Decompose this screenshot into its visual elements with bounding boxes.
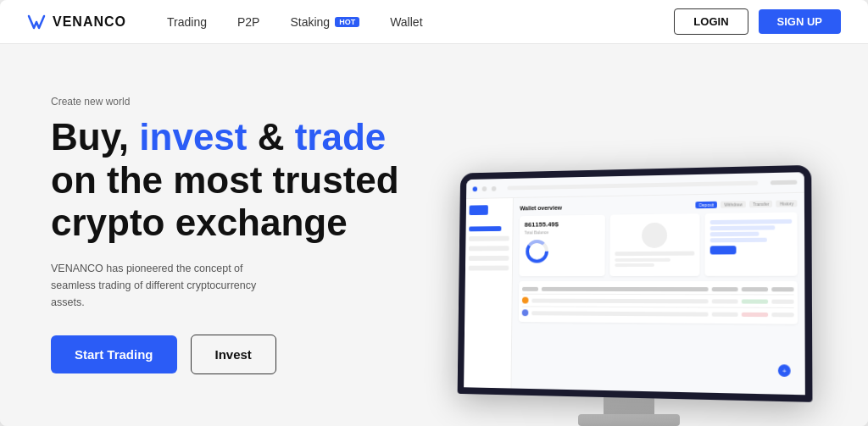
dash-th-1 — [522, 287, 538, 291]
btc-icon — [522, 297, 529, 304]
dash-balance-label: Total Balance — [525, 230, 601, 235]
hot-badge: HOT — [335, 17, 359, 27]
dash-assets-card — [610, 213, 699, 276]
hero-title: Buy, invest & trade on the most trusted … — [51, 116, 407, 245]
invest-button[interactable]: Invest — [191, 335, 276, 374]
dash-body: Wallet overview Deposit Withdraw Transfe… — [464, 193, 805, 395]
dash-sidebar-item-4 — [469, 256, 509, 261]
dash-th-4 — [742, 287, 768, 291]
dash-asset-line-1 — [615, 252, 694, 257]
dash-main: Wallet overview Deposit Withdraw Transfe… — [511, 193, 804, 395]
dash-avatar — [642, 223, 667, 248]
dash-tabs: Deposit Withdraw Transfer History — [696, 200, 798, 208]
dash-sidebar-item-3 — [469, 246, 509, 251]
nav-staking[interactable]: Staking HOT — [290, 15, 359, 29]
page-wrapper: VENANCO Trading P2P Staking HOT Wallet L… — [0, 0, 868, 426]
dash-action-3 — [709, 232, 759, 237]
dash-tab-deposit: Deposit — [696, 202, 717, 208]
monitor-base — [578, 414, 680, 426]
dash-td-5 — [531, 311, 708, 316]
dash-logo — [469, 205, 487, 215]
dash-sidebar-item-5 — [469, 266, 509, 271]
dash-dot-1 — [473, 186, 478, 191]
dash-url-bar — [507, 181, 758, 191]
dash-table-header — [522, 285, 794, 296]
dash-action-4 — [709, 238, 767, 243]
dash-table — [519, 281, 798, 324]
monitor-neck — [604, 397, 654, 414]
dash-sidebar-item-1 — [469, 226, 501, 231]
hero-title-trade: trade — [295, 116, 387, 158]
dash-table-row-2 — [522, 307, 794, 320]
logo-icon — [27, 13, 46, 31]
navbar: VENANCO Trading P2P Staking HOT Wallet L… — [0, 0, 868, 44]
dash-cards: 861155.49$ Total Balance — [519, 213, 797, 277]
dash-actions-card — [704, 213, 798, 276]
hero-title-line3: crypto exchange — [51, 202, 348, 243]
nav-wallet[interactable]: Wallet — [390, 15, 422, 29]
dash-td-6 — [712, 312, 738, 316]
dash-tab-withdraw: Withdraw — [721, 201, 746, 208]
screen-content: Wallet overview Deposit Withdraw Transfe… — [464, 172, 805, 395]
dash-tab-transfer: Transfer — [749, 201, 773, 208]
hero-title-part2: & — [247, 116, 294, 158]
dash-title-bar: Wallet overview Deposit Withdraw Transfe… — [520, 200, 797, 211]
nav-p2p[interactable]: P2P — [237, 15, 259, 29]
login-button[interactable]: LOGIN — [674, 8, 748, 35]
dash-asset-line-2 — [615, 258, 670, 262]
nav-links: Trading P2P Staking HOT Wallet — [167, 15, 674, 29]
dash-table-row-1 — [522, 295, 794, 308]
eth-icon — [522, 309, 529, 316]
dash-dot-2 — [482, 186, 487, 191]
dash-balance-card: 861155.49$ Total Balance — [519, 215, 605, 276]
monitor: Wallet overview Deposit Withdraw Transfe… — [451, 169, 807, 426]
dash-th-5 — [771, 287, 793, 291]
dash-asset-line-3 — [615, 263, 654, 267]
dash-sidebar-item-2 — [469, 236, 509, 241]
logo-area: VENANCO — [27, 13, 126, 31]
hero-description: VENANCO has pioneered the concept of sea… — [51, 260, 288, 311]
dash-tab-history: History — [776, 200, 798, 207]
hero-title-line2: on the most trusted — [51, 159, 399, 201]
dash-td-3 — [742, 299, 768, 303]
dash-td-2 — [712, 299, 738, 303]
dash-td-8 — [771, 313, 793, 317]
dash-td-7 — [742, 312, 768, 316]
brand-name: VENANCO — [53, 14, 126, 30]
dash-th-2 — [542, 287, 709, 291]
dash-fab: + — [778, 364, 791, 377]
signup-button[interactable]: SIGN UP — [759, 9, 841, 34]
dash-topbar-btn — [771, 180, 798, 185]
hero-buttons: Start Trading Invest — [51, 335, 407, 374]
hero-section: Create new world Buy, invest & trade on … — [0, 44, 868, 426]
dash-td-1 — [531, 298, 708, 303]
nav-trading[interactable]: Trading — [167, 15, 207, 29]
dash-sidebar — [464, 198, 514, 389]
dash-dot-3 — [492, 185, 497, 191]
monitor-screen: Wallet overview Deposit Withdraw Transfe… — [458, 165, 813, 402]
dash-action-btn — [709, 246, 736, 254]
dash-td-4 — [771, 299, 793, 303]
hero-left: Create new world Buy, invest & trade on … — [51, 96, 407, 374]
hero-right: Wallet overview Deposit Withdraw Transfe… — [441, 44, 817, 426]
dash-th-3 — [712, 287, 738, 291]
hero-title-part1: Buy, — [51, 116, 139, 158]
dash-wallet-title: Wallet overview — [520, 204, 562, 211]
dash-donut-chart — [524, 238, 550, 264]
dash-balance-value: 861155.49$ — [525, 220, 601, 229]
dash-action-2 — [709, 225, 775, 230]
nav-actions: LOGIN SIGN UP — [674, 8, 841, 35]
start-trading-button[interactable]: Start Trading — [51, 335, 177, 373]
dash-action-1 — [709, 219, 792, 224]
hero-tagline: Create new world — [51, 96, 407, 108]
hero-title-invest: invest — [139, 116, 247, 158]
